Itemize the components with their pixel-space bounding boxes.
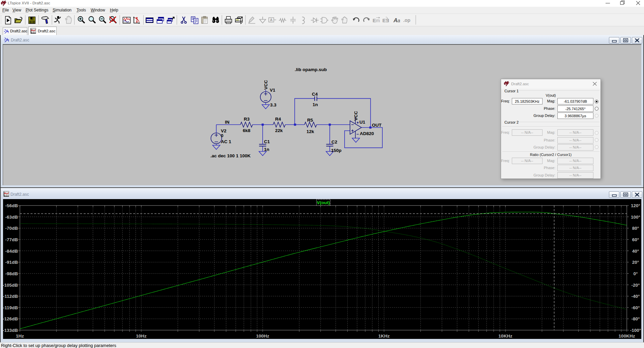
svg-text:-56dB: -56dB <box>5 203 18 208</box>
svg-text:R4: R4 <box>275 117 281 122</box>
svg-text:VCC: VCC <box>353 111 358 121</box>
svg-text:-70dB: -70dB <box>5 226 18 231</box>
svg-text:80°: 80° <box>632 226 639 231</box>
svg-text:.lib opamp.sub: .lib opamp.sub <box>295 67 327 72</box>
svg-text:12k: 12k <box>306 129 314 134</box>
svg-text:C4: C4 <box>312 92 318 97</box>
svg-text:-112dB: -112dB <box>3 294 18 299</box>
svg-text:10KHz: 10KHz <box>498 334 513 339</box>
svg-text:-126dB: -126dB <box>3 316 18 321</box>
svg-text:-119dB: -119dB <box>3 305 18 310</box>
svg-text:1Hz: 1Hz <box>16 334 24 339</box>
svg-text:.op: .op <box>403 18 410 23</box>
svg-text:-40°: -40° <box>632 294 640 299</box>
svg-text:1n: 1n <box>264 147 269 152</box>
svg-text:C2: C2 <box>331 139 337 145</box>
svg-text:V1: V1 <box>270 88 275 93</box>
svg-text:100Hz: 100Hz <box>256 334 269 339</box>
svg-text:100KHz: 100KHz <box>619 334 635 339</box>
svg-text:E: E <box>373 18 376 23</box>
svg-text:-133dB: -133dB <box>3 328 18 333</box>
svg-text:E: E <box>382 18 386 23</box>
svg-text:OUT: OUT <box>372 123 382 128</box>
svg-text:A: A <box>270 18 273 22</box>
svg-text:22k: 22k <box>275 128 283 133</box>
svg-text:.ac dec 100 1 100K: .ac dec 100 1 100K <box>210 153 251 158</box>
svg-text:a: a <box>398 18 400 23</box>
svg-text:-84dB: -84dB <box>5 249 18 254</box>
svg-text:1n: 1n <box>313 102 318 107</box>
svg-text:U1: U1 <box>359 120 365 125</box>
svg-text:120°: 120° <box>631 203 640 208</box>
svg-text:0°: 0° <box>634 271 638 276</box>
svg-text:0: 0 <box>221 133 224 138</box>
svg-text:V(out): V(out) <box>317 200 330 205</box>
svg-text:AD820: AD820 <box>360 131 374 136</box>
svg-text:20°: 20° <box>632 260 639 265</box>
svg-text:-20°: -20° <box>632 283 640 288</box>
svg-text:R5: R5 <box>307 118 313 123</box>
svg-text:-98dB: -98dB <box>5 271 18 276</box>
svg-text:C1: C1 <box>264 139 270 144</box>
svg-text:R3: R3 <box>244 117 250 122</box>
svg-text:A: A <box>393 17 398 24</box>
svg-text:10Hz: 10Hz <box>136 334 147 339</box>
svg-text:V2: V2 <box>221 128 227 133</box>
svg-text:AC 1: AC 1 <box>221 139 231 144</box>
svg-text:40°: 40° <box>632 249 639 254</box>
svg-text:-100°: -100° <box>630 328 641 333</box>
svg-text:VCC: VCC <box>263 80 268 90</box>
svg-text:-80°: -80° <box>632 316 640 321</box>
svg-text:IN: IN <box>225 120 230 125</box>
svg-text:-105dB: -105dB <box>3 283 18 288</box>
svg-text:1KHz: 1KHz <box>378 334 390 339</box>
svg-text:m: m <box>376 18 380 23</box>
svg-text:100°: 100° <box>631 215 640 220</box>
svg-text:-77dB: -77dB <box>5 237 18 242</box>
svg-text:-60°: -60° <box>632 305 640 310</box>
svg-text:6k8: 6k8 <box>243 128 251 133</box>
svg-text:60°: 60° <box>632 237 639 242</box>
svg-text:-91dB: -91dB <box>5 260 18 265</box>
svg-text:3.3: 3.3 <box>270 102 276 107</box>
svg-text:-63dB: -63dB <box>5 215 18 220</box>
svg-text:150p: 150p <box>331 148 342 153</box>
